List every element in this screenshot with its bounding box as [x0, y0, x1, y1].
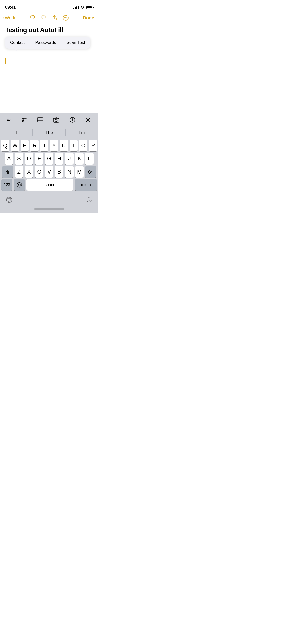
key-t[interactable]: T	[40, 140, 48, 151]
svg-point-1	[64, 18, 65, 18]
share-icon	[51, 15, 58, 21]
key-row-1: Q W E R T Y U I O P	[1, 140, 97, 151]
key-z[interactable]: Z	[15, 166, 23, 178]
return-button[interactable]: return	[75, 179, 97, 191]
key-h[interactable]: H	[55, 153, 63, 165]
key-f[interactable]: F	[35, 153, 43, 165]
key-row-3: Z X C V B N M	[1, 166, 97, 178]
key-j[interactable]: J	[65, 153, 74, 165]
key-u[interactable]: U	[60, 140, 68, 151]
svg-point-3	[66, 18, 67, 18]
autofill-scan-text[interactable]: Scan Text	[61, 37, 90, 49]
autofill-contact[interactable]: Contact	[5, 37, 30, 49]
key-b[interactable]: B	[55, 166, 63, 178]
aa-icon: Aa	[7, 117, 11, 123]
predictive-word-1[interactable]: I	[0, 128, 32, 137]
keyboard-main: Q W E R T Y U I O P A S D F G H J K L	[0, 138, 98, 193]
undo-button[interactable]	[29, 15, 36, 21]
delete-button[interactable]	[85, 166, 96, 178]
keyboard-area: Aa	[0, 113, 98, 213]
key-k[interactable]: K	[75, 153, 84, 165]
camera-button[interactable]	[51, 116, 61, 124]
redo-button[interactable]	[40, 15, 47, 21]
camera-icon	[53, 117, 59, 123]
status-time: 09:41	[5, 5, 16, 10]
key-o[interactable]: O	[79, 140, 87, 151]
markup-icon	[69, 117, 76, 123]
redo-icon	[40, 15, 47, 21]
svg-point-5	[22, 120, 24, 122]
key-r[interactable]: R	[30, 140, 39, 151]
battery-icon	[86, 6, 93, 9]
share-button[interactable]	[51, 15, 58, 21]
key-w[interactable]: W	[11, 140, 19, 151]
autofill-popup: Contact Passwords Scan Text	[5, 37, 90, 49]
nav-icons	[29, 15, 69, 21]
back-chevron-icon: ‹	[3, 15, 4, 20]
key-x[interactable]: X	[25, 166, 33, 178]
svg-point-24	[20, 184, 20, 185]
key-c[interactable]: C	[35, 166, 43, 178]
space-button[interactable]: space	[26, 179, 73, 191]
svg-point-17	[72, 120, 72, 121]
home-indicator	[0, 206, 98, 213]
svg-rect-29	[88, 197, 90, 200]
svg-rect-8	[37, 118, 43, 122]
checklist-icon	[21, 117, 27, 123]
emoji-icon	[17, 182, 22, 188]
predictive-word-2[interactable]: The	[33, 128, 65, 137]
key-q[interactable]: Q	[1, 140, 9, 151]
home-bar	[34, 208, 64, 210]
key-s[interactable]: S	[15, 153, 23, 165]
wifi-icon	[80, 6, 85, 9]
key-row-bottom: 123 space return	[1, 179, 97, 191]
status-bar: 09:41	[0, 0, 98, 13]
dismiss-keyboard-button[interactable]	[83, 116, 93, 124]
key-l[interactable]: L	[85, 153, 94, 165]
predictive-word-3[interactable]: I'm	[66, 128, 98, 137]
key-y[interactable]: Y	[50, 140, 58, 151]
back-label: Work	[5, 15, 15, 21]
numbers-button[interactable]: 123	[1, 179, 12, 191]
done-button[interactable]: Done	[83, 15, 94, 21]
checklist-button[interactable]	[19, 116, 29, 124]
more-button[interactable]	[62, 15, 69, 21]
signal-bars-icon	[73, 6, 79, 9]
note-title: Testing out AutoFill	[0, 24, 98, 35]
note-content[interactable]: Contact Passwords Scan Text	[0, 35, 98, 85]
svg-point-23	[18, 184, 19, 185]
microphone-button[interactable]	[84, 195, 94, 205]
key-m[interactable]: M	[75, 166, 84, 178]
autofill-passwords[interactable]: Passwords	[30, 37, 61, 49]
key-a[interactable]: A	[5, 153, 13, 165]
globe-button[interactable]	[4, 195, 14, 205]
close-keyboard-icon	[85, 117, 91, 123]
delete-icon	[88, 170, 93, 174]
undo-icon	[29, 15, 36, 21]
key-v[interactable]: V	[45, 166, 53, 178]
toolbar-row: Aa	[0, 113, 98, 127]
svg-point-14	[55, 119, 57, 121]
key-g[interactable]: G	[45, 153, 53, 165]
key-n[interactable]: N	[65, 166, 74, 178]
more-icon	[62, 15, 69, 21]
markup-button[interactable]	[67, 116, 78, 124]
status-icons	[73, 6, 93, 9]
shift-icon	[5, 169, 10, 174]
globe-icon	[6, 196, 13, 203]
key-i[interactable]: I	[70, 140, 78, 151]
back-button[interactable]: ‹ Work	[3, 15, 15, 21]
svg-point-2	[65, 18, 66, 18]
key-p[interactable]: P	[89, 140, 97, 151]
key-d[interactable]: D	[25, 153, 33, 165]
nav-bar: ‹ Work	[0, 13, 98, 24]
text-cursor	[5, 58, 6, 64]
predictive-bar: I The I'm	[0, 127, 98, 138]
svg-rect-13	[53, 118, 59, 122]
table-button[interactable]	[35, 116, 45, 124]
key-e[interactable]: E	[21, 140, 29, 151]
format-text-button[interactable]: Aa	[5, 116, 13, 124]
microphone-icon	[86, 196, 93, 203]
shift-button[interactable]	[2, 166, 13, 178]
emoji-button[interactable]	[14, 179, 25, 191]
